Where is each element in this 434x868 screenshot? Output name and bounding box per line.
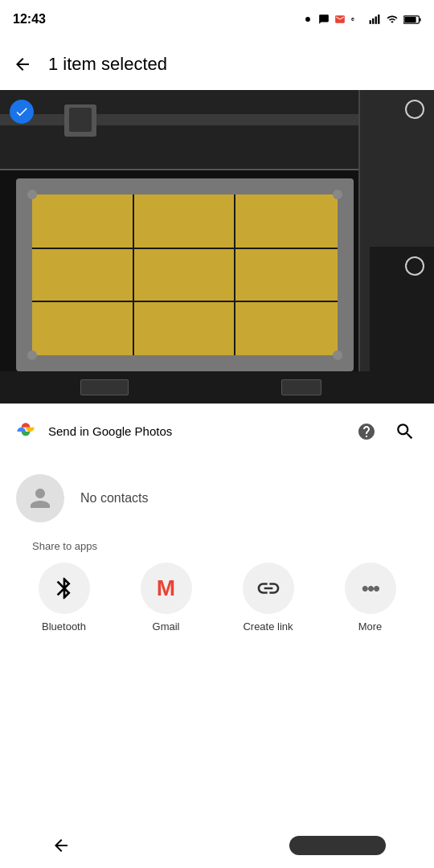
more-dots-icon: ••• xyxy=(362,576,379,601)
message-icon xyxy=(318,14,330,25)
help-icon xyxy=(357,422,376,441)
thumb-select-circle xyxy=(405,100,424,119)
status-icons: e xyxy=(302,14,421,25)
svg-rect-4 xyxy=(375,17,377,24)
photo-thumb-2[interactable] xyxy=(370,247,434,403)
google-photos-logo xyxy=(13,419,39,444)
photo-thumb-1[interactable] xyxy=(370,90,434,247)
contacts-area: No contacts xyxy=(0,458,434,538)
create-link-icon-circle xyxy=(243,563,294,614)
create-link-label: Create link xyxy=(243,620,293,633)
selection-title: 1 item selected xyxy=(48,54,428,75)
wifi-icon xyxy=(386,14,399,25)
no-contacts-text: No contacts xyxy=(80,491,148,506)
svg-text:e: e xyxy=(351,16,354,22)
svg-rect-2 xyxy=(370,20,371,24)
send-label: Send in Google Photos xyxy=(48,424,344,438)
bluetooth-icon-circle xyxy=(39,563,90,614)
bluetooth-icon xyxy=(51,575,77,601)
photo-main[interactable] xyxy=(0,90,370,403)
contact-avatar xyxy=(16,474,64,522)
share-section: Share to apps xyxy=(0,538,434,563)
top-bar: 1 item selected xyxy=(0,39,434,90)
create-link-app-item[interactable]: Create link xyxy=(228,563,309,633)
back-icon xyxy=(13,55,32,74)
search-button[interactable] xyxy=(389,416,421,448)
gmail-icon xyxy=(334,14,346,25)
help-button[interactable] xyxy=(354,419,379,444)
nav-back-button[interactable] xyxy=(48,833,74,858)
bluetooth-label: Bluetooth xyxy=(42,620,86,633)
share-section-label: Share to apps xyxy=(16,540,113,552)
battery-icon xyxy=(403,14,421,25)
more-label: More xyxy=(358,620,383,633)
status-bar: 12:43 e xyxy=(0,0,434,39)
svg-rect-5 xyxy=(378,14,379,24)
status-time: 12:43 xyxy=(13,12,46,27)
nav-home-pill[interactable] xyxy=(289,836,386,855)
more-icon-circle: ••• xyxy=(345,563,396,614)
svg-rect-8 xyxy=(404,17,416,23)
ebay-icon: e xyxy=(350,14,363,25)
person-icon xyxy=(26,484,55,513)
selection-check-badge xyxy=(10,100,34,124)
link-icon xyxy=(256,575,281,601)
photo-area xyxy=(0,90,434,403)
svg-rect-3 xyxy=(372,18,374,24)
gmail-m-letter: M xyxy=(157,575,175,601)
send-bar: Send in Google Photos xyxy=(0,403,434,458)
signal-icon xyxy=(368,14,381,25)
gmail-label: Gmail xyxy=(153,620,180,633)
gmail-app-item[interactable]: M Gmail xyxy=(126,563,207,633)
search-icon xyxy=(395,421,416,442)
nav-back-icon xyxy=(51,836,71,855)
svg-rect-7 xyxy=(420,18,421,21)
bluetooth-app-item[interactable]: Bluetooth xyxy=(24,563,104,633)
thumb-select-circle-2 xyxy=(405,256,424,276)
more-app-item[interactable]: ••• More xyxy=(330,563,411,633)
nav-bar xyxy=(0,823,434,868)
gmail-icon-circle: M xyxy=(141,563,192,614)
back-button[interactable] xyxy=(6,48,39,80)
apps-row: Bluetooth M Gmail Create link ••• More xyxy=(0,563,434,633)
notification-icon xyxy=(302,14,313,25)
svg-point-0 xyxy=(305,17,310,22)
laser-cutter-image xyxy=(0,90,370,403)
photo-secondary-column xyxy=(370,90,434,403)
